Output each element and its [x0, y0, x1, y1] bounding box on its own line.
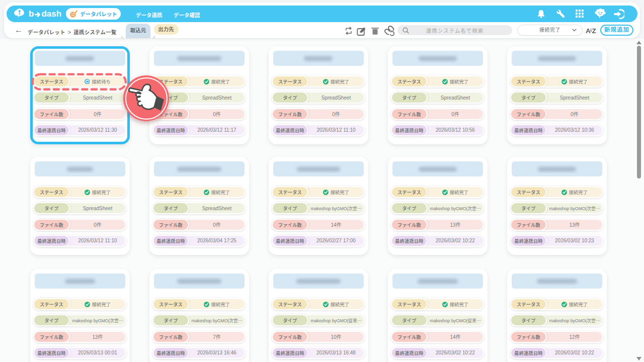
svg-text:Z: Z [592, 27, 596, 35]
svg-text:A: A [586, 27, 591, 35]
